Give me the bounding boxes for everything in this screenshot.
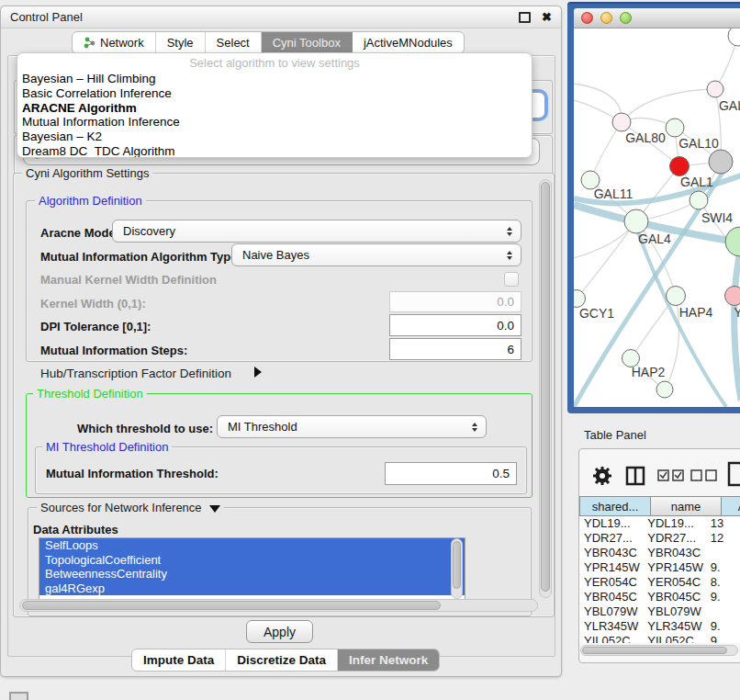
- algorithm-option[interactable]: Bayesian – Hill Climbing: [17, 72, 532, 86]
- sources-title[interactable]: Sources for Network Inference: [37, 502, 224, 514]
- data-attributes-list[interactable]: SelfLoopsTopologicalCoefficientBetweenne…: [39, 537, 465, 602]
- network-node[interactable]: [709, 150, 733, 174]
- tab-style[interactable]: Style: [156, 32, 206, 53]
- network-node[interactable]: [624, 209, 648, 233]
- page-icon[interactable]: [727, 461, 740, 487]
- settings-horizontal-scrollbar[interactable]: [19, 599, 538, 612]
- algorithm-option[interactable]: Mutual Information Inference: [17, 115, 532, 130]
- table-cell: 9.: [706, 619, 740, 634]
- algorithm-option[interactable]: ARACNE Algorithm: [17, 101, 532, 116]
- column-header[interactable]: A: [722, 496, 740, 516]
- table-horizontal-scrollbar[interactable]: [580, 645, 738, 656]
- table-row[interactable]: YBR045CYBR045C9.: [579, 590, 740, 604]
- data-attribute-item[interactable]: BetweennessCentrality: [39, 567, 465, 581]
- tab-impute-data[interactable]: Impute Data: [132, 649, 226, 671]
- thick-edge: [638, 232, 726, 407]
- control-panel-window: Control Panel ✖ NetworkStyleSelectCyni T…: [0, 6, 562, 677]
- table-cell: YLR345W: [643, 619, 705, 634]
- threshold-definition-title: Threshold Definition: [33, 388, 147, 400]
- close-traffic-light-icon[interactable]: [581, 12, 593, 24]
- network-icon: [84, 37, 95, 49]
- mi-threshold-field[interactable]: 0.5: [385, 462, 517, 485]
- algorithm-definition-title: Algorithm Definition: [35, 195, 146, 207]
- table-row[interactable]: YDL19...YDL19...13: [579, 516, 740, 531]
- settings-group-title: Cyni Algorithm Settings: [22, 167, 152, 179]
- columns-icon[interactable]: [625, 465, 645, 487]
- table-row[interactable]: YBL079WYBL079W: [579, 604, 740, 619]
- table-cell: YDR27...: [643, 531, 705, 546]
- network-node[interactable]: [707, 81, 723, 97]
- mi-steps-field[interactable]: 6: [389, 338, 521, 360]
- list-scrollbar[interactable]: [451, 538, 463, 599]
- table-rows: YDL19...YDL19...13YDR27...YDR27...12YBR0…: [579, 516, 740, 643]
- network-window-titlebar: [574, 8, 740, 28]
- tab-label: Network: [100, 36, 144, 50]
- manual-kernel-checkbox[interactable]: [504, 272, 519, 287]
- network-node[interactable]: [725, 227, 740, 256]
- table-cell: YIL052C: [579, 634, 643, 643]
- network-node[interactable]: [670, 157, 690, 176]
- settings-vertical-scrollbar[interactable]: [539, 179, 552, 598]
- table-row[interactable]: YLR345WYLR345W9.: [579, 619, 740, 634]
- data-attribute-item[interactable]: TopologicalCoefficient: [39, 553, 465, 568]
- network-graph: GALGAL80GAL10GAL1GAL11SWI4GAL4GCY1HAP4YH…: [574, 28, 740, 407]
- data-attribute-item[interactable]: SelfLoops: [39, 538, 465, 553]
- tab-discretize-data[interactable]: Discretize Data: [226, 649, 338, 671]
- network-canvas[interactable]: GALGAL80GAL10GAL1GAL11SWI4GAL4GCY1HAP4YH…: [574, 28, 740, 407]
- network-node[interactable]: [612, 113, 631, 131]
- tab-jactivemnodules[interactable]: jActiveMNodules: [353, 32, 464, 53]
- which-threshold-combo[interactable]: MI Threshold: [217, 415, 487, 438]
- table-row[interactable]: YPR145WYPR145W9.: [579, 560, 740, 575]
- zoom-traffic-light-icon[interactable]: [620, 12, 632, 24]
- edge: [577, 221, 636, 299]
- kernel-width-field[interactable]: 0.0: [389, 291, 521, 312]
- collapsed-panel-button[interactable]: [9, 692, 28, 700]
- table-cell: YBL079W: [643, 604, 705, 619]
- column-header[interactable]: name: [651, 496, 722, 516]
- table-row[interactable]: YBR043CYBR043C: [579, 546, 740, 560]
- network-node[interactable]: [656, 381, 673, 398]
- tab-select[interactable]: Select: [206, 32, 262, 53]
- dpi-tolerance-field[interactable]: 0.0: [389, 314, 521, 336]
- apply-button[interactable]: Apply: [246, 620, 313, 643]
- table-panel-title: Table Panel: [584, 428, 646, 442]
- algorithm-option[interactable]: Dream8 DC_TDC Algorithm: [17, 144, 532, 158]
- node-label: GAL1: [680, 175, 713, 189]
- collapsed-arrow-icon[interactable]: [254, 367, 262, 378]
- data-attribute-item[interactable]: gal4RGexp: [39, 581, 465, 596]
- aracne-mode-combo[interactable]: Discovery: [112, 220, 521, 243]
- table-cell: YIL052C: [643, 634, 705, 643]
- algorithm-option[interactable]: Basic Correlation Inference: [17, 86, 532, 101]
- close-icon[interactable]: ✖: [542, 13, 552, 22]
- gear-icon[interactable]: [592, 465, 612, 487]
- tab-label: Cyni Toolbox: [273, 36, 341, 50]
- hub-definition-toggle[interactable]: Hub/Transcription Factor Definition: [40, 367, 231, 380]
- node-label: GAL80: [625, 130, 666, 145]
- mi-type-combo[interactable]: Naive Bayes: [231, 243, 521, 266]
- algorithm-option[interactable]: Bayesian – K2: [17, 130, 532, 144]
- table-cell: YBR045C: [643, 590, 705, 604]
- float-window-icon[interactable]: [519, 12, 531, 23]
- column-header[interactable]: shared...: [579, 496, 651, 516]
- network-node[interactable]: [667, 287, 686, 306]
- tab-infer-network[interactable]: Infer Network: [338, 649, 439, 671]
- node-label: HAP2: [632, 365, 666, 379]
- table-row[interactable]: YIL052CYIL052C9: [579, 634, 740, 643]
- table-cell: YPR145W: [643, 560, 705, 575]
- network-node[interactable]: [728, 28, 740, 46]
- unchecked-columns-icon[interactable]: [690, 469, 718, 482]
- table-row[interactable]: YER054CYER054C8.: [579, 575, 740, 590]
- network-node[interactable]: [574, 290, 586, 308]
- network-node[interactable]: [725, 287, 740, 306]
- tab-network[interactable]: Network: [73, 32, 156, 53]
- kernel-width-label: Kernel Width (0,1):: [40, 297, 146, 310]
- network-node[interactable]: [690, 191, 708, 209]
- network-node[interactable]: [666, 119, 684, 137]
- tab-cyni-toolbox[interactable]: Cyni Toolbox: [262, 32, 353, 53]
- minimize-traffic-light-icon[interactable]: [600, 12, 612, 24]
- checked-columns-icon[interactable]: [657, 469, 685, 482]
- node-label: GCY1: [579, 306, 614, 321]
- table-row[interactable]: YDR27...YDR27...12: [579, 531, 740, 546]
- table-cell: 12: [706, 531, 740, 546]
- manual-kernel-label: Manual Kernel Width Definition: [40, 273, 217, 287]
